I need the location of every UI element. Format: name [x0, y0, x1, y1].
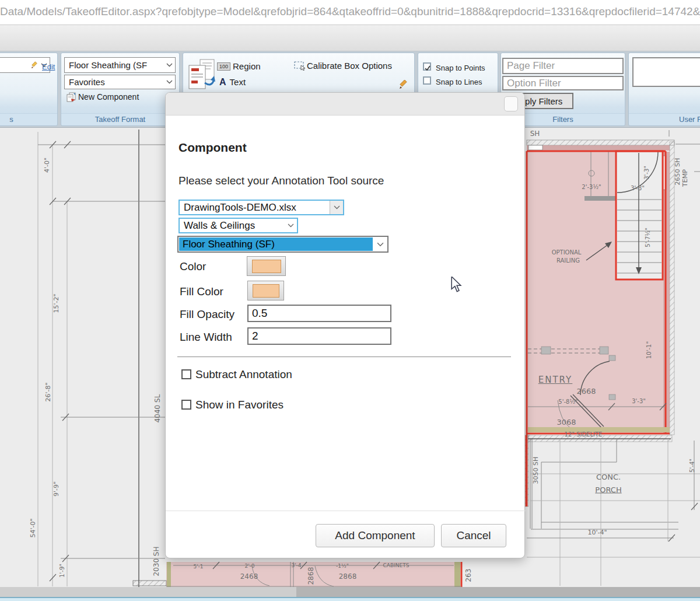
chevron-down-icon	[166, 63, 173, 67]
region-label: Region	[233, 61, 261, 71]
check-icon	[424, 65, 431, 72]
takeoff-editor-window: Data/Models/TakeoffEditor.aspx?qrefobjty…	[0, 0, 700, 601]
takeoff-pages-icon[interactable]	[187, 58, 215, 90]
add-component-button[interactable]: Add Component	[316, 524, 435, 547]
fill-opacity-label: Fill Opacity	[180, 308, 235, 321]
favorites-dropdown[interactable]: Favorites	[64, 75, 176, 89]
takeoff-item-value: Floor Sheathing (SF	[69, 60, 166, 70]
chevron-down-icon	[330, 201, 343, 214]
subtract-annotation-label: Subtract Annotation	[195, 368, 292, 381]
phase-group-label: s	[0, 113, 57, 125]
ribbon-group-user-filters: User Filters	[628, 53, 700, 126]
fill-opacity-value: 0.5	[252, 307, 267, 320]
user-filter-box[interactable]	[632, 57, 700, 87]
color-swatch	[252, 260, 281, 273]
pencil-tool-icon[interactable]	[398, 80, 408, 89]
snap-to-lines-checkbox[interactable]	[423, 76, 431, 85]
source-select-value: DrawingTools-DEMO.xlsx	[180, 201, 330, 214]
dialog-subtitle: Please select your Annotation Tool sourc…	[178, 174, 384, 187]
fill-color-label: Fill Color	[180, 285, 223, 298]
ribbon-group-phase: se Edit s	[0, 53, 58, 126]
ribbon-group-takeoff-format: Floor Sheathing (SF Favorites	[61, 53, 180, 126]
color-swatch-button[interactable]	[247, 256, 286, 276]
component-dialog: Component Please select your Annotation …	[165, 92, 525, 558]
source-select[interactable]: DrawingTools-DEMO.xlsx	[178, 200, 344, 215]
browser-chrome-band	[0, 25, 700, 51]
show-in-favorites-checkbox[interactable]	[181, 400, 191, 410]
line-width-label: Line Width	[180, 331, 232, 344]
footer-band-right	[296, 587, 700, 597]
item-select-value: Floor Sheathing (SF)	[179, 237, 373, 251]
user-filters-group-label: User Filters	[629, 113, 700, 125]
cancel-button[interactable]: Cancel	[441, 524, 506, 547]
snap-to-points-checkbox[interactable]	[423, 62, 431, 71]
phase-dropdown-value: se	[0, 60, 30, 70]
text-tool-icon: A	[219, 78, 226, 87]
dialog-header-button[interactable]	[504, 96, 518, 111]
new-component-button[interactable]: New Component	[66, 92, 139, 102]
text-button[interactable]: A Text	[219, 77, 246, 87]
favorites-value: Favorites	[69, 77, 166, 87]
option-filter-input[interactable]: Option Filter	[502, 76, 624, 90]
takeoff-format-group-label: Takeoff Format	[61, 113, 179, 125]
subtract-annotation-checkbox[interactable]	[181, 369, 191, 379]
calibrate-label: Calibrate Box Options	[307, 61, 392, 71]
status-strip	[0, 597, 700, 601]
takeoff-item-dropdown[interactable]: Floor Sheathing (SF	[64, 57, 176, 73]
chevron-down-icon	[284, 219, 297, 232]
chevron-down-icon	[373, 237, 387, 251]
pencil-icon	[30, 61, 38, 69]
snap-to-lines-label: Snap to Lines	[436, 78, 482, 86]
fill-color-swatch-button[interactable]	[247, 281, 284, 300]
dialog-title: Component	[178, 141, 247, 155]
show-in-favorites-label: Show in Favorites	[195, 399, 284, 411]
line-width-value: 2	[252, 330, 258, 343]
snap-to-points-label: Snap to Points	[436, 64, 485, 72]
chevron-down-icon	[166, 80, 173, 84]
region-button[interactable]: 100 Region	[217, 61, 261, 71]
category-select-value: Walls & Ceilings	[180, 219, 284, 232]
dialog-header[interactable]	[166, 93, 524, 116]
edit-link[interactable]: Edit	[42, 62, 55, 71]
new-component-label: New Component	[78, 92, 139, 102]
dialog-footer-divider	[166, 511, 526, 511]
dialog-divider	[177, 357, 511, 357]
new-component-icon	[66, 92, 76, 102]
page-filter-value: Page Filter	[507, 60, 555, 72]
mouse-cursor	[450, 277, 462, 292]
item-select[interactable]: Floor Sheathing (SF)	[177, 236, 388, 253]
url-bar: Data/Models/TakeoffEditor.aspx?qrefobjty…	[0, 0, 700, 25]
text-label: Text	[230, 77, 246, 87]
page-filter-input[interactable]: Page Filter	[502, 58, 624, 74]
footer-band-left	[0, 587, 296, 597]
calibrate-icon	[294, 61, 306, 71]
fill-color-swatch	[253, 284, 279, 298]
url-text: Data/Models/TakeoffEditor.aspx?qrefobjty…	[0, 5, 700, 18]
fill-opacity-input[interactable]: 0.5	[247, 305, 391, 322]
calibrate-box-options-button[interactable]: Calibrate Box Options	[294, 61, 392, 71]
category-select[interactable]: Walls & Ceilings	[178, 218, 298, 233]
option-filter-value: Option Filter	[507, 78, 561, 89]
line-width-input[interactable]: 2	[247, 327, 391, 345]
color-label: Color	[180, 260, 206, 273]
region-icon: 100	[217, 62, 230, 71]
